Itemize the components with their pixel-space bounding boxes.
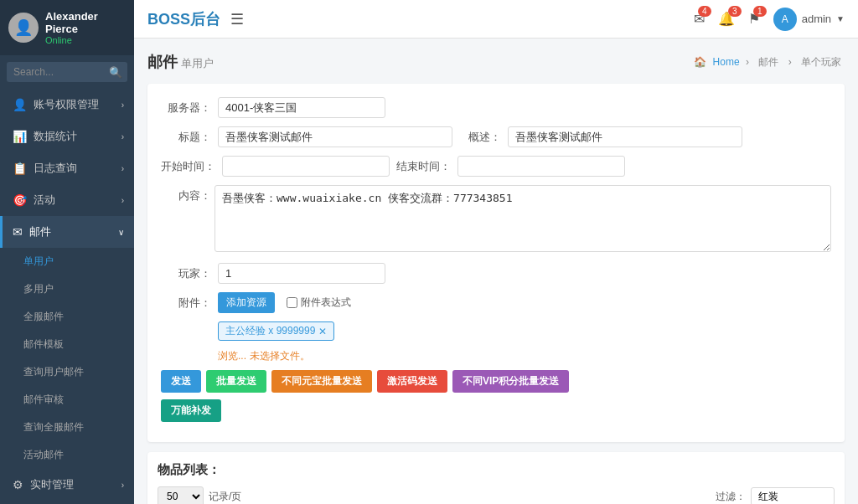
brand-logo: BOSS后台 xyxy=(147,9,220,29)
sidebar-item-gift-code[interactable]: 🎁 礼包码 xyxy=(0,501,134,504)
sidebar-item-query-all-mail[interactable]: 查询全服邮件 xyxy=(0,414,134,441)
action-btn-row: 发送 批量发送 不同元宝批量发送 激活码发送 不同VIP积分批量发送 xyxy=(161,370,831,393)
sidebar-item-label: 邮件 xyxy=(29,224,51,239)
main-wrap: BOSS后台 ☰ ✉ 4 🔔 3 ⚑ 1 A admin ▼ xyxy=(134,0,858,504)
sidebar-item-log[interactable]: 📋 日志查询 › xyxy=(0,152,134,184)
server-row: 服务器： xyxy=(161,97,831,118)
file-filter-row: 浏览... 未选择文件。 xyxy=(161,349,831,363)
admin-label: admin xyxy=(802,13,831,25)
diff-vip-button[interactable]: 不同VIP积分批量发送 xyxy=(452,370,569,393)
sidebar: 👤 Alexander Pierce Online 🔍 👤 账号权限管理 › 📊… xyxy=(0,0,134,504)
sidebar-item-stats[interactable]: 📊 数据统计 › xyxy=(0,121,134,152)
item-list-section: 物品列表： 50 100 记录/页 过滤： id ⇅ xyxy=(147,452,845,504)
filter-input[interactable] xyxy=(751,487,835,504)
player-row: 玩家： xyxy=(161,263,831,284)
title-input[interactable] xyxy=(218,126,452,147)
per-page-select[interactable]: 50 100 xyxy=(158,486,204,504)
summary-input[interactable] xyxy=(508,126,742,147)
chevron-right-icon: › xyxy=(121,481,124,490)
server-label: 服务器： xyxy=(161,100,211,116)
per-page-unit: 记录/页 xyxy=(209,490,241,504)
user-profile: 👤 Alexander Pierce Online xyxy=(0,0,134,55)
realtime-icon: ⚙ xyxy=(13,478,23,491)
item-list-title: 物品列表： xyxy=(158,462,835,478)
sidebar-menu: 👤 账号权限管理 › 📊 数据统计 › 📋 日志查询 › 🎯 活动 › ✉ 邮件… xyxy=(0,89,134,504)
sidebar-item-mail-audit[interactable]: 邮件审核 xyxy=(0,386,134,414)
user-name: Alexander Pierce xyxy=(45,10,126,35)
extra-btn-row: 万能补发 xyxy=(161,399,831,422)
add-resource-button[interactable]: 添加资源 xyxy=(218,292,275,313)
topbar-left: BOSS后台 ☰ xyxy=(147,9,244,29)
resource-tag: 主公经验 x 9999999 ✕ xyxy=(218,321,334,341)
breadcrumb: 🏠 Home › 邮件 › 单个玩家 xyxy=(690,55,845,69)
breadcrumb-home[interactable]: Home xyxy=(713,56,740,68)
start-time-input[interactable] xyxy=(222,156,390,177)
stats-icon: 📊 xyxy=(13,130,27,143)
sidebar-item-account[interactable]: 👤 账号权限管理 › xyxy=(0,89,134,121)
chevron-down-icon: ∨ xyxy=(118,228,124,237)
search-icon[interactable]: 🔍 xyxy=(109,66,122,79)
chevron-right-icon: › xyxy=(121,164,124,173)
title-label: 标题： xyxy=(161,130,211,145)
sidebar-item-single-user[interactable]: 单用户 xyxy=(0,248,134,275)
sidebar-item-all-mail[interactable]: 全服邮件 xyxy=(0,303,134,331)
sidebar-item-label: 日志查询 xyxy=(34,161,77,176)
attach-check-label[interactable]: 附件表达式 xyxy=(287,296,351,310)
breadcrumb-sep2: › xyxy=(788,56,792,68)
chevron-right-icon: › xyxy=(121,100,124,110)
admin-area[interactable]: A admin ▼ xyxy=(773,8,845,31)
sidebar-item-activity-mail[interactable]: 活动邮件 xyxy=(0,441,134,469)
filter-hint: 未选择文件。 xyxy=(250,349,310,363)
tag-text: 主公经验 x 9999999 xyxy=(225,324,315,338)
content-textarea[interactable]: 吾墨侠客：www.wuaixiake.cn 侠客交流群：777343851 xyxy=(214,185,831,252)
table-toolbar-left: 50 100 记录/页 xyxy=(158,486,241,504)
menu-toggle-icon[interactable]: ☰ xyxy=(230,10,244,28)
breadcrumb-player: 单个玩家 xyxy=(801,56,841,68)
send-button[interactable]: 发送 xyxy=(161,370,201,393)
sidebar-item-label: 数据统计 xyxy=(34,129,77,144)
sidebar-item-activity[interactable]: 🎯 活动 › xyxy=(0,184,134,216)
flag-badge: 1 xyxy=(753,6,767,17)
sidebar-item-multi-user[interactable]: 多用户 xyxy=(0,275,134,303)
chevron-right-icon: › xyxy=(121,196,124,205)
server-input[interactable] xyxy=(218,97,385,118)
chevron-down-icon: ▼ xyxy=(836,14,845,23)
account-icon: 👤 xyxy=(13,98,27,111)
flag-icon-btn[interactable]: ⚑ 1 xyxy=(748,11,760,27)
email-icon-btn[interactable]: ✉ 4 xyxy=(694,11,705,27)
sidebar-item-mail[interactable]: ✉ 邮件 ∨ xyxy=(0,216,134,248)
log-icon: 📋 xyxy=(13,162,27,175)
batch-send-button[interactable]: 批量发送 xyxy=(206,370,266,393)
time-row: 开始时间： 结束时间： xyxy=(161,156,831,177)
player-label: 玩家： xyxy=(161,266,211,281)
table-toolbar: 50 100 记录/页 过滤： xyxy=(158,486,835,504)
title-summary-row: 标题： 概述： xyxy=(161,126,831,147)
player-input[interactable] xyxy=(218,263,385,284)
topbar: BOSS后台 ☰ ✉ 4 🔔 3 ⚑ 1 A admin ▼ xyxy=(134,0,858,39)
attach-check-input[interactable] xyxy=(287,297,297,308)
bell-icon-btn[interactable]: 🔔 3 xyxy=(718,11,735,27)
sidebar-item-label: 实时管理 xyxy=(30,477,74,492)
attach-label: 附件： xyxy=(161,296,211,311)
diff-yuanbao-button[interactable]: 不同元宝批量发送 xyxy=(271,370,372,393)
breadcrumb-sep1: › xyxy=(746,56,749,68)
tag-remove-icon[interactable]: ✕ xyxy=(318,326,327,337)
sidebar-item-label: 活动 xyxy=(34,193,55,208)
breadcrumb-mail: 邮件 xyxy=(758,56,778,68)
attach-row: 附件： 添加资源 附件表达式 xyxy=(161,292,831,313)
search-box[interactable]: 🔍 xyxy=(7,62,127,82)
activity-icon: 🎯 xyxy=(13,193,27,207)
content-area: 邮件 单用户 🏠 Home › 邮件 › 单个玩家 服务器： 标题： 概述： xyxy=(134,39,858,504)
content-label: 内容： xyxy=(161,185,211,203)
end-time-input[interactable] xyxy=(457,156,625,177)
universal-resend-button[interactable]: 万能补发 xyxy=(161,399,221,422)
form-card: 服务器： 标题： 概述： 开始时间： 结束时间： 内容： 吾墨侠客：www.wu… xyxy=(147,84,845,442)
sidebar-item-query-mail[interactable]: 查询用户邮件 xyxy=(0,358,134,386)
activation-code-button[interactable]: 激活码发送 xyxy=(377,370,447,393)
sidebar-item-mail-template[interactable]: 邮件模板 xyxy=(0,331,134,358)
filter-label: 过滤： xyxy=(716,490,746,504)
user-status: Online xyxy=(45,35,126,45)
admin-avatar: A xyxy=(773,8,797,31)
summary-label: 概述： xyxy=(459,130,501,145)
sidebar-item-realtime[interactable]: ⚙ 实时管理 › xyxy=(0,469,134,501)
